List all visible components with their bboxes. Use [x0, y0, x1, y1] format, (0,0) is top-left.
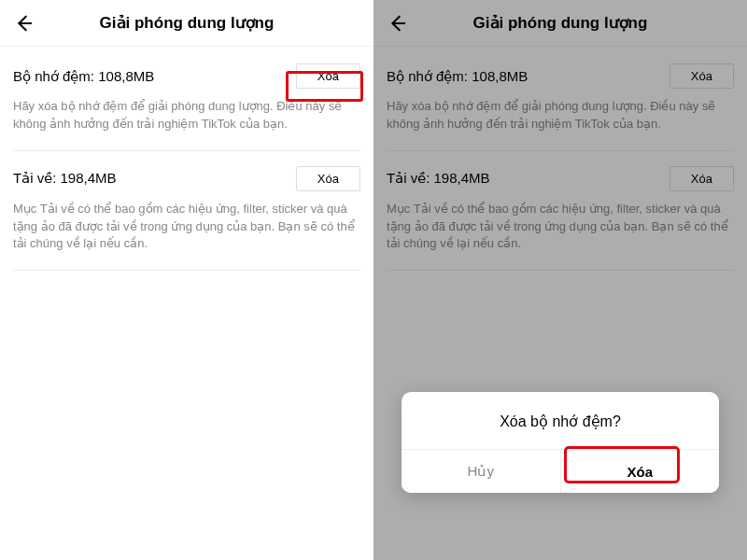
- screen-left: Giải phóng dung lượng Bộ nhớ đệm: 108,8M…: [0, 0, 374, 560]
- cache-section: Bộ nhớ đệm: 108,8MB Xóa Hãy xóa bộ nhớ đ…: [13, 63, 360, 151]
- header: Giải phóng dung lượng: [0, 0, 374, 47]
- cache-desc: Hãy xóa bộ nhớ đệm để giải phóng dung lư…: [13, 98, 360, 133]
- downloads-section: Tải về: 198,4MB Xóa Mục Tải về có thể ba…: [13, 166, 360, 272]
- dialog-buttons: Hủy Xóa: [402, 449, 719, 493]
- downloads-label: Tải về: 198,4MB: [13, 170, 117, 187]
- page-title: Giải phóng dung lượng: [13, 13, 360, 33]
- dialog-title: Xóa bộ nhớ đệm?: [402, 392, 719, 449]
- dialog-cancel-button[interactable]: Hủy: [402, 450, 561, 493]
- confirm-dialog: Xóa bộ nhớ đệm? Hủy Xóa: [402, 392, 719, 493]
- clear-downloads-button[interactable]: Xóa: [296, 166, 360, 191]
- downloads-desc: Mục Tải về có thể bao gồm các hiệu ứng, …: [13, 201, 360, 254]
- dialog-confirm-button[interactable]: Xóa: [561, 450, 720, 493]
- screen-right: Giải phóng dung lượng Bộ nhớ đệm: 108,8M…: [374, 0, 747, 560]
- clear-cache-button[interactable]: Xóa: [296, 63, 360, 89]
- cache-label: Bộ nhớ đệm: 108,8MB: [13, 68, 154, 85]
- content: Bộ nhớ đệm: 108,8MB Xóa Hãy xóa bộ nhớ đ…: [0, 47, 374, 271]
